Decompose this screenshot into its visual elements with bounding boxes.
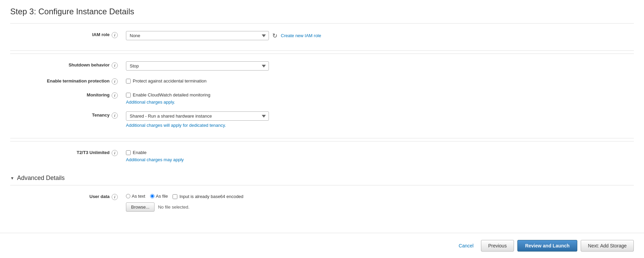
refresh-icon[interactable]: ↻	[272, 32, 277, 40]
base64-label[interactable]: Input is already base64 encoded	[173, 194, 243, 199]
base64-checkbox[interactable]	[173, 194, 177, 199]
monitoring-label: Monitoring	[87, 92, 110, 97]
shutdown-behavior-info-icon[interactable]: i	[112, 62, 118, 69]
tenancy-charges-link[interactable]: Additional charges will apply for dedica…	[126, 123, 634, 128]
monitoring-charges-link[interactable]: Additional charges apply.	[126, 100, 634, 105]
termination-protection-checkbox[interactable]	[126, 79, 131, 84]
advanced-details-header[interactable]: ▼ Advanced Details	[10, 170, 634, 185]
tenancy-select[interactable]: Shared - Run a shared hardware instance …	[126, 111, 269, 121]
as-file-radio-label[interactable]: As file	[150, 194, 168, 199]
as-text-radio[interactable]	[126, 194, 130, 198]
advanced-details-title: Advanced Details	[17, 174, 65, 182]
t2t3-charges-link[interactable]: Additional charges may apply	[126, 157, 634, 162]
shutdown-behavior-select[interactable]: Stop Terminate	[126, 61, 269, 71]
monitoring-text: Enable CloudWatch detailed monitoring	[133, 92, 210, 97]
chevron-down-icon: ▼	[10, 176, 14, 181]
footer-bar: Cancel Previous Review and Launch Next: …	[0, 233, 644, 258]
browse-button[interactable]: Browse...	[126, 202, 155, 212]
monitoring-checkbox[interactable]	[126, 93, 131, 97]
user-data-label: User data	[90, 194, 110, 199]
monitoring-row[interactable]: Enable CloudWatch detailed monitoring	[126, 92, 634, 97]
review-launch-button[interactable]: Review and Launch	[517, 240, 578, 252]
user-data-info-icon[interactable]: i	[112, 194, 118, 200]
iam-role-info-icon[interactable]: i	[112, 32, 118, 38]
tenancy-label: Tenancy	[92, 112, 110, 118]
termination-protection-info-icon[interactable]: i	[112, 78, 118, 85]
t2t3-checkbox[interactable]	[126, 150, 131, 155]
page-title: Step 3: Configure Instance Details	[10, 7, 634, 16]
as-text-radio-label[interactable]: As text	[126, 194, 145, 199]
iam-role-select[interactable]: None	[126, 31, 269, 40]
t2t3-label: T2/T3 Unlimited	[77, 150, 110, 155]
termination-protection-row[interactable]: Protect against accidental termination	[126, 78, 634, 84]
cancel-button[interactable]: Cancel	[455, 240, 478, 251]
monitoring-info-icon[interactable]: i	[112, 92, 118, 98]
user-data-radio-group: As text As file Input is already base64 …	[126, 193, 634, 199]
as-text-label: As text	[132, 194, 145, 199]
previous-button[interactable]: Previous	[481, 240, 514, 252]
t2t3-info-icon[interactable]: i	[112, 150, 118, 156]
base64-text: Input is already base64 encoded	[179, 194, 243, 199]
termination-protection-label: Enable termination protection	[47, 78, 110, 84]
no-file-label: No file selected.	[158, 204, 190, 210]
as-file-label: As file	[156, 194, 168, 199]
termination-protection-text: Protect against accidental termination	[133, 78, 207, 84]
iam-role-label: IAM role	[92, 32, 110, 37]
as-file-radio[interactable]	[150, 194, 155, 198]
shutdown-behavior-label: Shutdown behavior	[68, 62, 110, 67]
t2t3-row[interactable]: Enable	[126, 150, 634, 155]
tenancy-info-icon[interactable]: i	[112, 112, 118, 119]
create-iam-role-link[interactable]: Create new IAM role	[281, 33, 321, 38]
t2t3-enable-text: Enable	[133, 150, 146, 155]
next-add-storage-button[interactable]: Next: Add Storage	[581, 240, 634, 252]
